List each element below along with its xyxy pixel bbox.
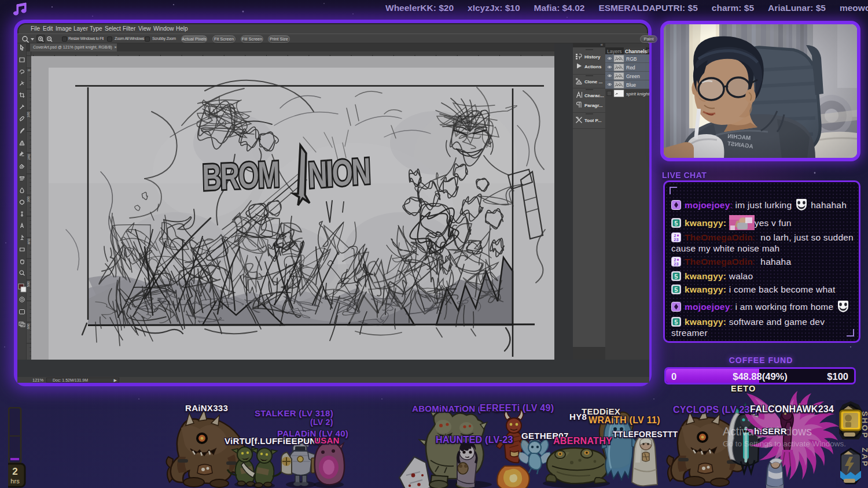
svg-text:NION: NION — [307, 150, 370, 195]
svg-text:Layers: Layers — [607, 49, 622, 54]
svg-text:Path: Path — [647, 49, 649, 54]
svg-text:2: 2 — [12, 466, 17, 477]
svg-text:Actions: Actions — [584, 64, 602, 69]
svg-text:5: 5 — [674, 220, 678, 227]
svg-text:RGB: RGB — [626, 56, 637, 62]
svg-text:hrs: hrs — [10, 478, 20, 485]
svg-text:23: 23 — [674, 261, 679, 267]
svg-text:Tool P...: Tool P... — [584, 118, 601, 123]
svg-text:History: History — [584, 54, 601, 60]
svg-text:Clone ...: Clone ... — [584, 79, 602, 84]
svg-text:Paragr...: Paragr... — [584, 103, 603, 108]
svg-text:Charac...: Charac... — [584, 93, 604, 98]
svg-text:Channels: Channels — [625, 49, 648, 54]
svg-text:BROM: BROM — [202, 154, 279, 198]
svg-text:5: 5 — [674, 286, 678, 293]
svg-text:spirit knight h: spirit knight h — [626, 91, 649, 97]
svg-text:Red: Red — [626, 65, 635, 71]
svg-text:5: 5 — [674, 319, 678, 326]
svg-text:5: 5 — [674, 273, 678, 280]
svg-text:23: 23 — [674, 237, 679, 242]
svg-text:Blue: Blue — [626, 82, 636, 88]
svg-text:Green: Green — [626, 73, 640, 79]
